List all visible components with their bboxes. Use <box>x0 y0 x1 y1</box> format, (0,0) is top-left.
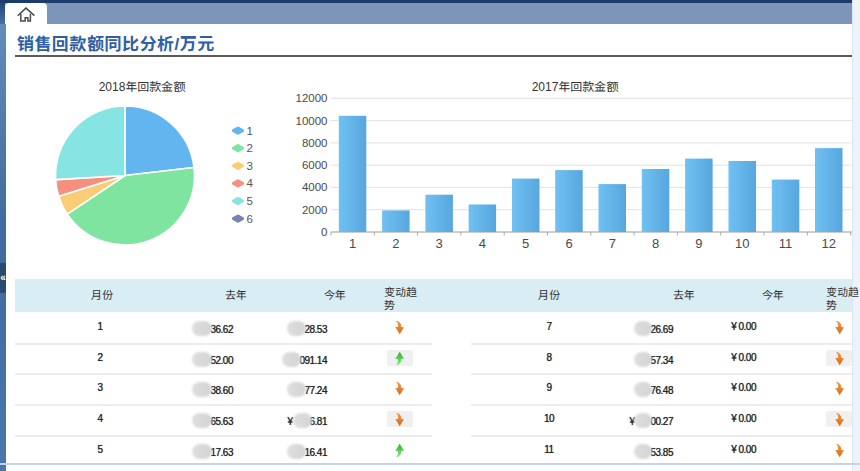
svg-text:10000: 10000 <box>296 115 328 127</box>
svg-text:6: 6 <box>565 236 572 251</box>
svg-text:2: 2 <box>392 236 399 251</box>
svg-text:4000: 4000 <box>302 181 328 193</box>
svg-text:5: 5 <box>522 236 529 251</box>
svg-text:10: 10 <box>735 236 749 251</box>
svg-text:11: 11 <box>779 236 793 251</box>
svg-text:3: 3 <box>435 236 442 251</box>
svg-text:6000: 6000 <box>302 159 328 171</box>
svg-text:0: 0 <box>321 226 327 238</box>
svg-text:1: 1 <box>349 236 356 251</box>
svg-text:2000: 2000 <box>302 204 328 216</box>
svg-text:12: 12 <box>822 236 836 251</box>
svg-text:8: 8 <box>652 236 659 251</box>
svg-text:12000: 12000 <box>296 92 328 104</box>
svg-text:8000: 8000 <box>302 137 328 149</box>
svg-text:7: 7 <box>609 236 616 251</box>
svg-text:9: 9 <box>695 236 702 251</box>
svg-text:4: 4 <box>479 236 486 251</box>
